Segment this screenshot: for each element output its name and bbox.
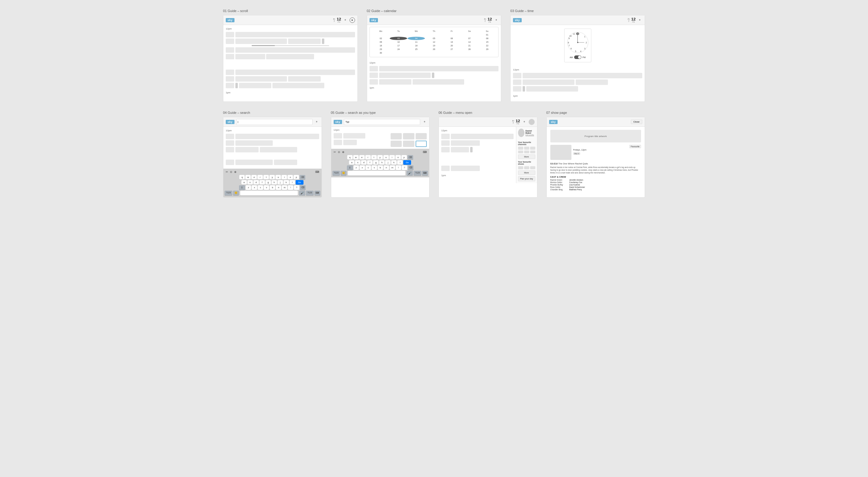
kb-w[interactable]: w	[245, 175, 251, 179]
ch-thumb-01[interactable]	[518, 147, 523, 150]
prog-03a[interactable]	[523, 73, 642, 78]
favourite-button[interactable]: Favourite	[629, 145, 641, 148]
prog-04a[interactable]	[236, 134, 319, 139]
show-thumb-03[interactable]	[530, 166, 535, 169]
kb-delete-05[interactable]: ⌫	[407, 155, 413, 160]
kb-y-05[interactable]: y	[377, 155, 383, 160]
kb-num-right[interactable]: ?123	[306, 191, 314, 196]
kb-hide-icon-05[interactable]: ⌨	[423, 150, 427, 154]
kb-question[interactable]: ?	[294, 185, 299, 190]
show-thumb-01[interactable]	[518, 166, 523, 169]
result-02[interactable]	[403, 133, 414, 139]
kb-del-right-05[interactable]: ⌫	[408, 165, 413, 170]
kb-r-05[interactable]: r	[365, 155, 371, 160]
prog-03c[interactable]	[576, 79, 608, 85]
cal-25[interactable]: 25	[407, 47, 425, 51]
kb-e[interactable]: e	[251, 175, 257, 179]
result-04[interactable]	[391, 141, 402, 147]
settings-icon-01[interactable]: ■	[350, 18, 355, 23]
ch-thumb-05[interactable]	[524, 150, 529, 154]
cal-09[interactable]: 09	[372, 40, 390, 44]
program-bar-01i[interactable]	[236, 76, 287, 81]
kb-g[interactable]: g	[266, 180, 271, 184]
kb-i-05[interactable]: i	[390, 155, 395, 160]
kb-hide-kb[interactable]: ⌨	[314, 191, 320, 196]
kb-cut-icon[interactable]: ✂	[226, 170, 228, 173]
kb-m[interactable]: m	[282, 185, 287, 190]
cal-16[interactable]: 16	[372, 44, 390, 47]
ampm-toggle[interactable]: AM PM	[569, 56, 586, 59]
prog-05b[interactable]	[343, 140, 357, 145]
prog-06a[interactable]	[451, 134, 514, 139]
kb-g-05[interactable]: g	[373, 160, 378, 165]
search-submit-icon-04[interactable]: ⚬	[314, 120, 319, 124]
kb-p-05[interactable]: p	[401, 155, 407, 160]
kb-cut-icon-05[interactable]: ✂	[334, 150, 336, 154]
search-icon-03[interactable]: ⚬	[638, 18, 642, 23]
cal-12[interactable]: 12	[425, 40, 443, 44]
kb-n[interactable]: n	[276, 185, 281, 190]
result-01[interactable]	[391, 133, 402, 139]
kb-c[interactable]: c	[258, 185, 263, 190]
cal-21[interactable]: 21	[461, 44, 478, 47]
prog-05a[interactable]	[343, 133, 365, 139]
program-bar-01f[interactable]	[236, 54, 265, 59]
kb-q-05[interactable]: q	[347, 155, 352, 160]
kb-num[interactable]: ?123	[224, 191, 232, 196]
kb-shift[interactable]: ⇧	[239, 185, 245, 190]
kb-hide-kb-05[interactable]: ⌨	[422, 171, 428, 176]
kb-paste-icon-05[interactable]: ⊕	[342, 150, 344, 154]
kb-f[interactable]: f	[259, 180, 265, 184]
kb-q[interactable]: q	[239, 175, 245, 179]
search-icon-01[interactable]: ⚬	[343, 18, 348, 23]
cal-28[interactable]: 28	[461, 47, 478, 51]
search-icon-02[interactable]: ⚬	[494, 18, 498, 23]
prog-04d[interactable]	[260, 147, 297, 152]
ch-thumb-03[interactable]	[530, 147, 535, 150]
edit-profile-link[interactable]: Edit profile	[526, 134, 535, 136]
kb-shift-right[interactable]: ⌫	[300, 185, 306, 190]
cal-18[interactable]: 18	[407, 44, 425, 47]
fav-channels-more-btn[interactable]: More	[518, 155, 535, 159]
program-bar-01b[interactable]	[236, 39, 287, 44]
prog-02a[interactable]	[379, 66, 499, 71]
prog-04c[interactable]	[236, 147, 258, 152]
kb-p[interactable]: p	[293, 175, 299, 179]
show-thumb-02[interactable]	[524, 166, 529, 169]
cal-01[interactable]: 01	[478, 33, 496, 36]
kb-s-05[interactable]: s	[355, 160, 361, 165]
cal-11[interactable]: 11	[407, 40, 425, 44]
result-03[interactable]	[415, 133, 427, 139]
kb-k-05[interactable]: k	[391, 160, 397, 165]
cal-06[interactable]: 06	[443, 37, 461, 40]
kb-l-05[interactable]: l	[397, 160, 403, 165]
kb-j[interactable]: j	[278, 180, 283, 184]
kb-excl[interactable]: !	[288, 185, 293, 190]
cal-27[interactable]: 27	[443, 47, 461, 51]
kb-w-05[interactable]: w	[353, 155, 359, 160]
ch-thumb-04[interactable]	[518, 150, 523, 154]
kb-z-05[interactable]: z	[353, 165, 359, 170]
kb-u[interactable]: u	[276, 175, 281, 179]
kb-d[interactable]: d	[253, 180, 259, 184]
program-bar-01a[interactable]	[236, 32, 355, 37]
cal-10[interactable]: 10	[390, 40, 407, 44]
prog-04e[interactable]	[236, 160, 273, 165]
kb-z[interactable]: z	[246, 185, 251, 190]
kb-s[interactable]: s	[247, 180, 253, 184]
kb-a-05[interactable]: a	[349, 160, 354, 165]
cal-24[interactable]: 24	[390, 47, 407, 51]
search-input-05[interactable]	[344, 119, 420, 125]
kb-space[interactable]	[240, 191, 298, 196]
program-bar-01l[interactable]	[239, 83, 271, 88]
program-bar-01m[interactable]	[273, 83, 324, 88]
kb-d-05[interactable]: d	[361, 160, 367, 165]
program-bar-01j[interactable]	[288, 76, 320, 81]
kb-v[interactable]: v	[264, 185, 269, 190]
kb-j-05[interactable]: j	[385, 160, 391, 165]
program-bar-01e[interactable]	[236, 47, 355, 53]
kb-y[interactable]: y	[270, 175, 275, 179]
cal-23[interactable]: 23	[372, 47, 390, 51]
cal-08[interactable]: 08	[478, 37, 496, 40]
ch-thumb-02[interactable]	[524, 147, 529, 150]
